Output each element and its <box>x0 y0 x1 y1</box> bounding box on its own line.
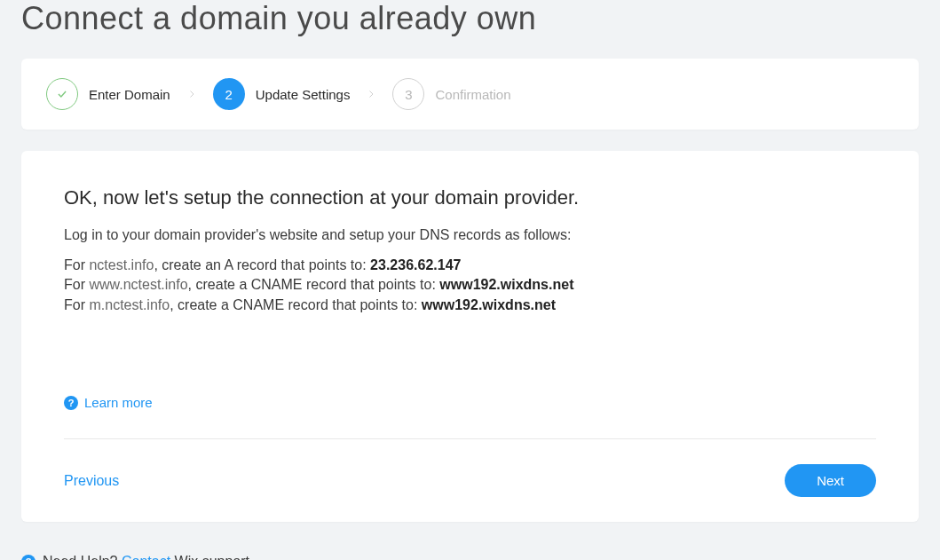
step-confirmation: 3 Confirmation <box>392 78 510 110</box>
instruction-text: Log in to your domain provider's website… <box>64 227 876 243</box>
dns-record-a: For nctest.info, create an A record that… <box>64 256 876 275</box>
record-target: www192.wixdns.net <box>439 277 573 292</box>
page-title: Connect a domain you already own <box>21 0 919 37</box>
record-suffix: , create a CNAME record that points to: <box>170 297 417 312</box>
need-help-text: Need Help? <box>43 554 118 560</box>
record-suffix: , create an A record that points to: <box>154 257 366 272</box>
footer-help: ? Need Help? Contact Wix support <box>21 554 919 560</box>
step-label: Update Settings <box>256 87 351 102</box>
content-heading: OK, now let's setup the connection at yo… <box>64 186 876 209</box>
dns-records: For nctest.info, create an A record that… <box>64 256 876 315</box>
support-suffix: Wix support <box>170 554 249 560</box>
help-icon: ? <box>64 396 78 410</box>
actions-row: Previous Next <box>64 464 876 497</box>
step-enter-domain: Enter Domain <box>46 78 170 110</box>
learn-more-label: Learn more <box>84 395 153 410</box>
record-prefix: For <box>64 297 85 312</box>
learn-more-link[interactable]: ? Learn more <box>64 395 153 410</box>
step-update-settings: 2 Update Settings <box>213 78 351 110</box>
previous-button[interactable]: Previous <box>64 473 119 489</box>
divider <box>64 438 876 439</box>
chevron-right-icon <box>366 89 376 99</box>
contact-link[interactable]: Contact <box>122 554 170 560</box>
step-label: Enter Domain <box>89 87 170 102</box>
chevron-right-icon <box>186 89 197 99</box>
checkmark-icon <box>46 78 78 110</box>
dns-record-cname-www: For www.nctest.info, create a CNAME reco… <box>64 275 876 295</box>
record-domain: www.nctest.info <box>89 277 187 292</box>
step-number-icon: 2 <box>213 78 245 110</box>
record-target: 23.236.62.147 <box>370 257 461 272</box>
next-button[interactable]: Next <box>785 464 876 497</box>
record-suffix: , create a CNAME record that points to: <box>188 277 436 292</box>
record-domain: nctest.info <box>89 257 154 272</box>
dns-record-cname-m: For m.nctest.info, create a CNAME record… <box>64 296 876 315</box>
step-number-icon: 3 <box>392 78 424 110</box>
record-domain: m.nctest.info <box>89 297 170 312</box>
help-icon: ? <box>21 555 36 560</box>
record-prefix: For <box>64 257 85 272</box>
step-label: Confirmation <box>435 87 510 102</box>
content-card: OK, now let's setup the connection at yo… <box>21 151 919 522</box>
record-target: www192.wixdns.net <box>422 297 556 312</box>
stepper: Enter Domain 2 Update Settings 3 Confirm… <box>21 59 919 130</box>
record-prefix: For <box>64 277 85 292</box>
